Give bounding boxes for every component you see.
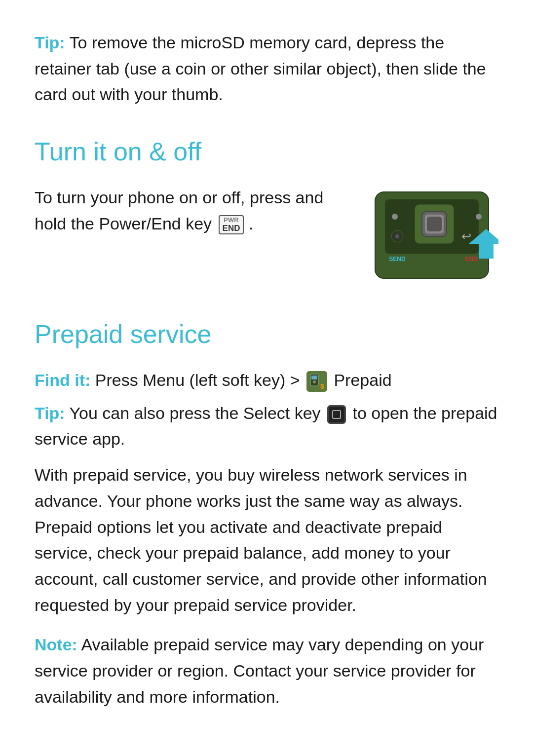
find-it-line: Find it: Press Menu (left soft key) > $ … xyxy=(35,367,498,393)
svg-text:SEND: SEND xyxy=(389,256,406,263)
svg-point-6 xyxy=(392,214,398,220)
select-key-icon xyxy=(327,405,346,424)
power-end-key: PWR END xyxy=(219,215,244,234)
turn-on-content: To turn your phone on or off, press and … xyxy=(35,185,498,290)
svg-text:END: END xyxy=(465,256,478,263)
note-label: Note: xyxy=(35,635,77,654)
svg-text:↩: ↩ xyxy=(461,229,471,243)
turn-on-text: To turn your phone on or off, press and … xyxy=(35,185,350,236)
tip-intro-block: Tip: To remove the microSD memory card, … xyxy=(35,30,498,108)
svg-rect-5 xyxy=(427,217,442,231)
find-text: Press Menu (left soft key) > xyxy=(90,371,300,389)
prepaid-body-text: With prepaid service, you buy wireless n… xyxy=(35,462,498,618)
tip-intro-text: To remove the microSD memory card, depre… xyxy=(35,33,486,104)
turn-on-heading: Turn it on & off xyxy=(35,132,498,171)
prepaid-menu-icon: $ xyxy=(306,371,327,392)
prepaid-section: Prepaid service Find it: Press Menu (lef… xyxy=(35,315,498,710)
turn-on-period: . xyxy=(249,214,253,233)
find-label: Find it: xyxy=(35,371,90,389)
tip-label-2: Tip: xyxy=(35,404,65,422)
svg-rect-17 xyxy=(311,376,317,379)
turn-on-section: Turn it on & off To turn your phone on o… xyxy=(35,132,498,290)
note-block: Note: Available prepaid service may vary… xyxy=(35,632,498,710)
tip-label: Tip: xyxy=(35,33,65,52)
svg-point-10 xyxy=(395,234,399,238)
turn-on-body: To turn your phone on or off, press and … xyxy=(35,188,323,233)
note-text: Available prepaid service may vary depen… xyxy=(35,635,484,706)
svg-point-7 xyxy=(476,214,482,220)
prepaid-heading: Prepaid service xyxy=(35,315,498,353)
svg-text:$: $ xyxy=(320,382,324,390)
phone-illustration: ↩ SEND END xyxy=(370,189,498,290)
svg-point-18 xyxy=(313,380,316,383)
find-text2: Prepaid xyxy=(334,371,391,389)
tip-text: You can also press the Select key xyxy=(65,404,321,422)
tip-prepaid-line: Tip: You can also press the Select key t… xyxy=(35,400,498,452)
